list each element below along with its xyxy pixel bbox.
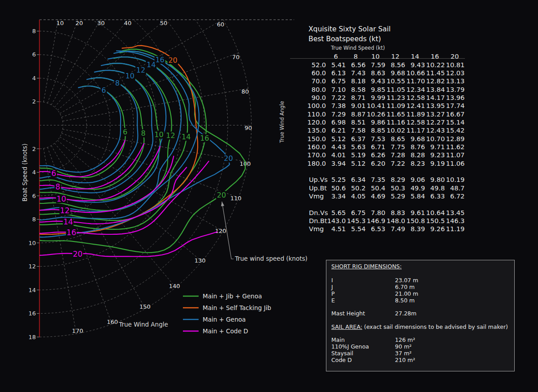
cell: 6.98 (326, 119, 346, 126)
cell: 7.53 (365, 135, 385, 142)
cell: 12.27 (425, 119, 445, 126)
wind-speed-curve-label: 20 (224, 154, 233, 163)
cell: 146.3 (445, 217, 464, 224)
cell: 11.06 (445, 160, 464, 167)
cell: 3.94 (326, 160, 346, 167)
cell: 11.16 (386, 119, 405, 126)
rig-dim-i: I23.07 m (331, 277, 333, 284)
row-label: 150.0 (291, 135, 326, 142)
speed-tick-label: 18 (28, 334, 36, 340)
cell: 12.03 (445, 69, 464, 77)
legend-label-4: Main + Code D (203, 327, 248, 335)
mast-height-row: Mast Height27.28m (331, 310, 365, 317)
legend-label-2: Main + Self Tacking Jib (203, 304, 271, 311)
row-label: 60.0 (291, 69, 326, 77)
cell: 10.64 (425, 209, 445, 216)
true-wind-speed-header: True Wind Speed (kt) (331, 45, 385, 51)
speed-tick-label: 6 (32, 193, 36, 199)
cell: 7.29 (326, 111, 346, 118)
true-wind-angle-column-label: True Wind Angle (279, 101, 285, 142)
downwind-summary-row: Vmg4.515.546.537.498.399.2611.19 (291, 225, 464, 233)
wind-speed-curve-label: 8 (141, 129, 146, 138)
polar-chart: 2468246810121416181020304050607080901001… (0, 0, 314, 392)
cell: 13.96 (445, 94, 464, 101)
boatspeed-row: 90.07.228.719.9911.2312.5814.1713.96 (291, 94, 464, 102)
cell: 6.21 (326, 127, 346, 134)
speed-tick-label: 2 (32, 146, 36, 152)
cell: 10.70 (425, 135, 445, 142)
row-label: 135.0 (291, 127, 326, 134)
rig-dim-j: J6.70 m (331, 284, 333, 290)
cell: 7.49 (386, 225, 405, 233)
cell: 11.65 (386, 111, 405, 118)
boatspeed-row: 70.06.758.189.4310.5511.7012.8213.13 (291, 77, 464, 85)
cell: 9.01 (346, 102, 365, 109)
wind-speed-curve-label: 16 (155, 56, 164, 64)
boatspeed-row: 100.07.389.0110.4111.0912.4113.9517.74 (291, 102, 464, 110)
speed-tick-label: 8 (32, 216, 36, 223)
cell: 5.84 (405, 193, 425, 200)
grid-ring (39, 0, 204, 290)
cell: 145.3 (346, 217, 365, 224)
cell: 7.35 (365, 176, 385, 183)
cell: 8.28 (405, 151, 425, 159)
cell: 14.17 (425, 94, 445, 101)
cell: 7.22 (386, 160, 405, 167)
sail-area-title: SAIL AREA: (exact sail dimensions to be … (331, 323, 508, 330)
cell: 8.39 (405, 225, 425, 233)
angle-tick-label: 120 (215, 228, 226, 234)
speed-tick-label: 12 (28, 263, 36, 270)
cell: 11.45 (425, 69, 445, 77)
speed-tick-label: 8 (32, 28, 36, 34)
table-title: Xquisite Sixty Solar SailBest Boatspeeds… (308, 24, 390, 44)
cell: 9.61 (405, 209, 425, 216)
wind-speed-curve-label: 14 (147, 60, 156, 69)
cell: 9.19 (425, 160, 445, 167)
speed-tick-label: 4 (32, 75, 36, 82)
cell: 7.58 (346, 127, 365, 134)
row-label: 52.0 (291, 61, 326, 69)
cell: 10.41 (365, 102, 385, 109)
row-label: 80.0 (291, 86, 326, 93)
cell: 8.23 (405, 160, 425, 167)
boatspeed-row: 120.06.988.519.8611.1612.5812.2715.14 (291, 118, 464, 126)
cell: 49.9 (405, 185, 425, 192)
speed-tick-label: 16 (28, 310, 36, 317)
wind-speed-curve-label: 12 (136, 66, 145, 74)
cell: 12.34 (405, 86, 425, 93)
cell: 9.99 (365, 94, 385, 101)
wind-speed-curve-label: 16 (200, 134, 209, 142)
cell: 8.83 (386, 209, 405, 216)
sail-area-row-3: Staysail37 m² (331, 350, 353, 357)
table-header-row: 681012141620 (291, 52, 464, 60)
polar-grid (39, 0, 252, 337)
row-label: 160.0 (291, 143, 326, 151)
cell: 8.85 (365, 127, 385, 134)
grid-ring (39, 0, 252, 337)
angle-tick-label: 20 (76, 20, 83, 26)
cell: 6.13 (326, 69, 346, 77)
cell: 8.58 (346, 86, 365, 93)
wind-speed-curve-label: 6 (52, 169, 56, 178)
cell: 5.19 (346, 151, 365, 159)
cell: 4.05 (346, 193, 365, 200)
cell: 9.85 (365, 86, 385, 93)
cell: 13.13 (445, 78, 464, 85)
angle-tick-label: 60 (217, 21, 225, 28)
cell: 5.29 (386, 193, 405, 200)
boatspeed-row: 180.03.945.126.207.228.239.1911.06 (291, 159, 464, 167)
wind-speed-curve-label: 20 (168, 56, 177, 65)
cell: 5.41 (326, 61, 346, 69)
wind-speed-curve-label: 8 (115, 79, 120, 87)
downwind-summary-row: Dn.Bt143.0145.3146.9148.0150.8150.5146.3 (291, 217, 464, 225)
cell: 7.28 (386, 151, 405, 159)
cell: 6.75 (326, 78, 346, 85)
cell: 13.27 (425, 111, 445, 118)
row-label: 90.0 (291, 94, 326, 101)
cell: 5.12 (346, 160, 365, 167)
speed-tick-label: 14 (28, 287, 36, 293)
cell: 11.19 (445, 225, 464, 233)
wind-speed-curve-label: 8 (55, 182, 60, 191)
wind-speed-curve-label: 12 (60, 206, 70, 215)
cell: 8.51 (346, 119, 365, 126)
